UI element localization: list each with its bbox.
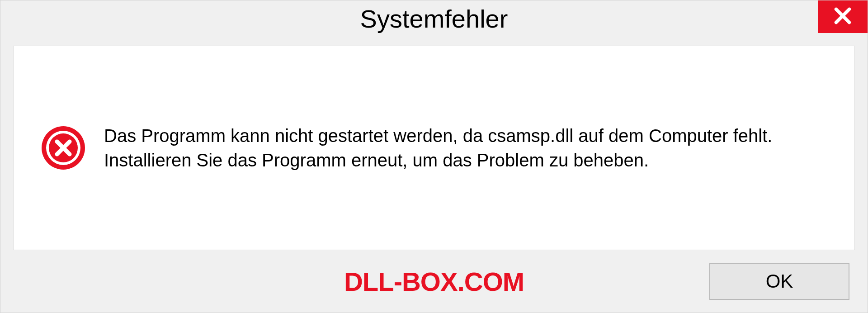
close-icon xyxy=(831,5,854,29)
titlebar: Systemfehler xyxy=(0,0,868,41)
error-icon xyxy=(41,125,86,171)
error-dialog: Systemfehler Das Programm kann nicht ges… xyxy=(0,0,868,313)
dialog-title: Systemfehler xyxy=(360,4,508,33)
error-message: Das Programm kann nicht gestartet werden… xyxy=(104,123,827,172)
footer: DLL-BOX.COM OK xyxy=(0,250,868,313)
content-area: Das Programm kann nicht gestartet werden… xyxy=(13,46,855,250)
ok-button[interactable]: OK xyxy=(709,263,849,300)
close-button[interactable] xyxy=(818,0,868,33)
watermark-text: DLL-BOX.COM xyxy=(344,266,524,297)
